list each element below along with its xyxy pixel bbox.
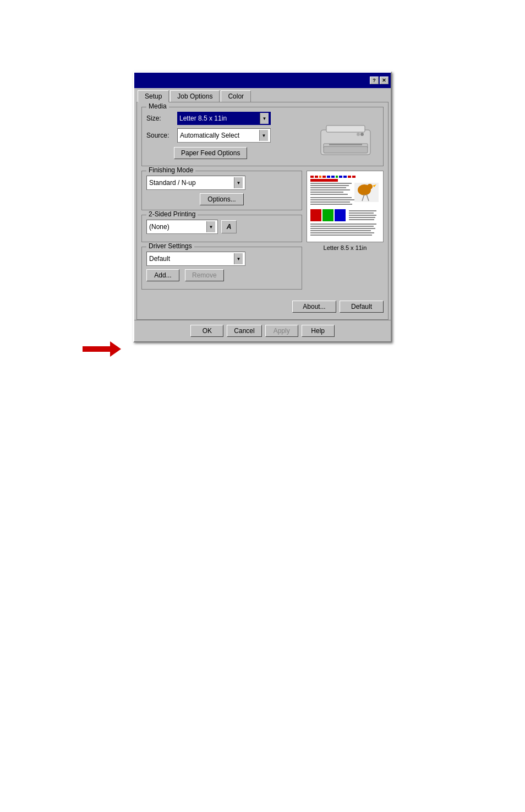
printer-svg (315, 113, 376, 160)
flip-button[interactable]: A (221, 220, 237, 233)
remove-button[interactable]: Remove (185, 269, 224, 281)
svg-rect-41 (349, 215, 376, 216)
svg-point-4 (360, 133, 364, 136)
svg-rect-37 (322, 209, 333, 221)
svg-rect-20 (310, 183, 352, 184)
driver-dropdown-arrow: ▼ (234, 253, 243, 264)
default-button[interactable]: Default (340, 301, 384, 313)
svg-rect-10 (319, 176, 321, 178)
two-sided-dropdown-arrow: ▼ (206, 221, 215, 232)
size-arrow-icon: ▼ (262, 116, 267, 121)
svg-rect-13 (331, 176, 335, 178)
svg-point-5 (357, 133, 360, 136)
svg-rect-46 (310, 228, 375, 229)
options-button[interactable]: Options... (200, 193, 244, 205)
finishing-arrow-icon: ▼ (237, 181, 241, 186)
driver-settings-group: Driver Settings Default ▼ Add... Remove (141, 247, 302, 290)
driver-action-row: Add... Remove (146, 269, 297, 281)
svg-rect-35 (310, 204, 352, 205)
finishing-group-label: Finishing Mode (146, 166, 195, 174)
finishing-mode-row: Standard / N-up ▼ (146, 176, 297, 190)
svg-rect-1 (326, 126, 365, 132)
source-row: Source: Automatically Select ▼ (146, 128, 308, 143)
svg-rect-12 (327, 176, 330, 178)
about-button[interactable]: About... (292, 301, 336, 313)
ok-button[interactable]: OK (190, 325, 223, 337)
apply-button[interactable]: Apply (265, 325, 298, 337)
paper-feed-button[interactable]: Paper Feed Options (174, 147, 247, 159)
finishing-dropdown-arrow: ▼ (234, 177, 243, 188)
title-bar-buttons: ? ✕ (370, 77, 389, 84)
tabs-row: Setup Job Options Color (134, 88, 391, 102)
svg-rect-23 (310, 189, 350, 190)
source-arrow-icon: ▼ (262, 133, 266, 138)
svg-rect-19 (310, 179, 338, 182)
source-label: Source: (146, 132, 174, 139)
svg-rect-38 (335, 209, 346, 221)
finishing-mode-value: Standard / N-up (149, 179, 234, 187)
flip-icon: A (227, 223, 232, 231)
svg-rect-42 (349, 217, 375, 218)
tab-job-options[interactable]: Job Options (170, 90, 220, 102)
svg-rect-36 (310, 209, 321, 221)
svg-rect-3 (324, 146, 368, 153)
preview-svg (309, 173, 381, 239)
svg-rect-49 (310, 235, 372, 236)
printer-image (313, 112, 379, 161)
svg-rect-6 (329, 144, 362, 145)
two-sided-value: (None) (149, 223, 206, 231)
close-title-button[interactable]: ✕ (380, 77, 389, 84)
help-button[interactable]: Help (302, 325, 335, 337)
media-controls: Size: Letter 8.5 x 11in ▼ Source: Automa… (146, 112, 308, 161)
tab-color[interactable]: Color (221, 90, 251, 102)
help-title-button[interactable]: ? (370, 77, 379, 84)
svg-rect-48 (310, 232, 374, 233)
driver-arrow-icon: ▼ (237, 257, 241, 261)
source-select[interactable]: Automatically Select ▼ (177, 128, 271, 143)
tab-content: Media Size: Letter 8.5 x 11in ▼ (136, 102, 389, 320)
two-sided-group-label: 2-Sided Printing (146, 210, 198, 218)
tab-setup[interactable]: Setup (138, 90, 169, 102)
final-buttons-row: OK Cancel Apply Help (134, 320, 391, 341)
svg-rect-25 (310, 194, 348, 195)
svg-rect-22 (310, 187, 346, 188)
svg-rect-40 (349, 212, 374, 214)
finishing-mode-select[interactable]: Standard / N-up ▼ (146, 176, 245, 190)
svg-rect-45 (310, 226, 374, 227)
svg-rect-21 (310, 185, 349, 186)
svg-rect-18 (352, 176, 356, 178)
svg-rect-32 (310, 197, 352, 198)
preview-label: Letter 8.5 x 11in (324, 244, 367, 251)
cancel-button[interactable]: Cancel (227, 325, 261, 337)
finishing-left: Finishing Mode Standard / N-up ▼ Options… (141, 171, 302, 294)
size-select[interactable]: Letter 8.5 x 11in ▼ (177, 112, 271, 125)
driver-settings-label: Driver Settings (146, 242, 194, 250)
finishing-section: Finishing Mode Standard / N-up ▼ Options… (141, 171, 384, 294)
size-row: Size: Letter 8.5 x 11in ▼ (146, 112, 308, 125)
two-sided-select[interactable]: (None) ▼ (146, 220, 218, 234)
bottom-buttons-row: About... Default (141, 298, 384, 315)
size-dropdown-arrow: ▼ (260, 113, 269, 124)
driver-select[interactable]: Default ▼ (146, 252, 245, 266)
driver-select-value: Default (149, 255, 234, 263)
svg-rect-8 (310, 176, 314, 178)
svg-rect-17 (348, 176, 351, 178)
red-arrow-indicator (83, 341, 121, 357)
add-button[interactable]: Add... (146, 269, 179, 281)
svg-rect-16 (343, 176, 347, 178)
svg-rect-33 (310, 199, 354, 200)
printer-dialog: ? ✕ Setup Job Options Color Media Size: … (133, 72, 392, 342)
driver-settings-row: Default ▼ (146, 252, 297, 266)
svg-point-28 (367, 184, 373, 189)
two-sided-group: 2-Sided Printing (None) ▼ A (141, 215, 302, 242)
svg-rect-24 (310, 192, 343, 193)
size-label: Size: (146, 115, 174, 122)
media-group: Media Size: Letter 8.5 x 11in ▼ (141, 107, 384, 166)
svg-rect-44 (310, 224, 376, 225)
svg-rect-14 (336, 176, 338, 178)
media-group-label: Media (146, 102, 169, 110)
svg-rect-43 (349, 219, 374, 220)
source-select-value: Automatically Select (180, 132, 259, 139)
two-sided-arrow-icon: ▼ (209, 225, 214, 230)
svg-rect-15 (339, 176, 342, 178)
